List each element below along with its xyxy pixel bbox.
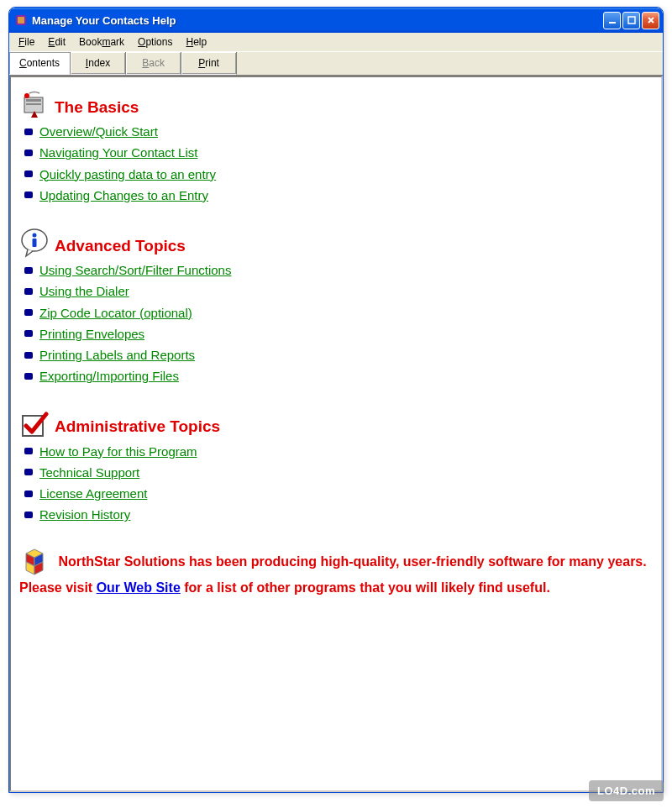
list-item: Overview/Quick Start <box>24 121 653 142</box>
minimize-button[interactable] <box>603 12 621 29</box>
bullet-icon <box>24 512 33 518</box>
list-item: Technical Support <box>24 462 653 483</box>
section-title: Administrative Topics <box>55 414 220 438</box>
list-item: Navigating Your Contact List <box>24 142 653 163</box>
link-export[interactable]: Exporting/Importing Files <box>39 366 179 386</box>
bullet-icon <box>24 491 33 497</box>
link-revision[interactable]: Revision History <box>39 505 130 524</box>
svg-point-9 <box>33 233 37 238</box>
menu-edit[interactable]: Edit <box>42 34 71 50</box>
bullet-icon <box>24 469 33 475</box>
footer-part2: for a list of other programs that you wi… <box>181 580 550 595</box>
link-pay[interactable]: How to Pay for this Program <box>39 442 197 461</box>
link-pasting[interactable]: Quickly pasting data to an entry <box>39 165 216 184</box>
link-support[interactable]: Technical Support <box>39 463 139 482</box>
help-window: Manage Your Contacts Help File Edit Book… <box>8 7 664 793</box>
link-navigating[interactable]: Navigating Your Contact List <box>39 143 197 162</box>
list-item: Quickly pasting data to an entry <box>24 164 653 185</box>
menubar: File Edit Bookmark Options Help <box>9 33 663 52</box>
svg-point-7 <box>24 93 29 98</box>
tab-back[interactable]: Back <box>126 52 181 75</box>
footer-text: NorthStar Solutions has been producing h… <box>19 548 653 599</box>
bullet-icon <box>24 309 33 316</box>
bullet-icon <box>24 448 33 454</box>
close-button[interactable] <box>642 12 659 29</box>
svg-rect-1 <box>18 17 24 24</box>
bullet-icon <box>24 267 33 274</box>
link-overview[interactable]: Overview/Quick Start <box>39 122 158 141</box>
titlebar[interactable]: Manage Your Contacts Help <box>9 8 663 33</box>
section-advanced-header: Advanced Topics <box>19 228 653 258</box>
list-item: Printing Envelopes <box>24 323 653 344</box>
list-item: License Agreement <box>24 483 653 504</box>
list-item: Zip Code Locator (optional) <box>24 302 653 323</box>
tab-print[interactable]: Print <box>181 52 237 75</box>
tab-index[interactable]: Index <box>71 52 126 75</box>
bullet-icon <box>24 192 33 198</box>
link-envelopes[interactable]: Printing Envelopes <box>39 324 144 344</box>
bullet-icon <box>24 352 33 359</box>
checkbox-icon <box>19 409 50 439</box>
watermark: LO4D.com <box>589 780 664 801</box>
svg-rect-2 <box>609 22 616 24</box>
bullet-icon <box>24 129 33 135</box>
svg-rect-6 <box>26 103 41 105</box>
menu-options[interactable]: Options <box>132 34 178 50</box>
basics-icon <box>19 89 50 119</box>
list-item: Printing Labels and Reports <box>24 344 653 365</box>
bullet-icon <box>24 150 33 156</box>
section-title: Advanced Topics <box>55 233 186 258</box>
list-item: How to Pay for this Program <box>24 441 653 462</box>
tab-contents[interactable]: Contents <box>9 52 71 75</box>
bullet-icon <box>24 373 33 380</box>
list-item: Updating Changes to an Entry <box>24 185 653 206</box>
link-website[interactable]: Our Web Site <box>97 580 181 595</box>
window-controls <box>603 12 659 29</box>
section-title: The Basics <box>55 95 139 119</box>
link-search[interactable]: Using Search/Sort/Filter Functions <box>39 260 231 280</box>
list-item: Using the Dialer <box>24 281 653 302</box>
list-item: Using Search/Sort/Filter Functions <box>24 260 653 281</box>
advanced-links: Using Search/Sort/Filter Functions Using… <box>24 260 653 387</box>
menu-help[interactable]: Help <box>180 34 213 50</box>
svg-rect-10 <box>33 239 37 247</box>
link-updating[interactable]: Updating Changes to an Entry <box>39 186 208 205</box>
bullet-icon <box>24 171 33 177</box>
app-icon <box>14 13 28 27</box>
blocks-icon <box>19 548 50 578</box>
svg-rect-5 <box>26 99 41 102</box>
bullet-icon <box>24 330 33 337</box>
link-license[interactable]: License Agreement <box>39 484 147 503</box>
link-dialer[interactable]: Using the Dialer <box>39 281 129 301</box>
admin-links: How to Pay for this Program Technical Su… <box>24 441 653 526</box>
menu-file[interactable]: File <box>13 34 40 50</box>
content-area: The Basics Overview/Quick Start Navigati… <box>9 76 663 792</box>
toolbar: Contents Index Back Print <box>9 52 663 76</box>
basics-links: Overview/Quick Start Navigating Your Con… <box>24 121 653 206</box>
list-item: Revision History <box>24 504 653 525</box>
window-title: Manage Your Contacts Help <box>32 14 603 27</box>
menu-bookmark[interactable]: Bookmark <box>73 34 130 50</box>
info-icon <box>19 228 50 258</box>
section-admin-header: Administrative Topics <box>19 409 653 439</box>
link-labels[interactable]: Printing Labels and Reports <box>39 345 195 365</box>
maximize-button[interactable] <box>622 12 640 29</box>
svg-rect-3 <box>628 17 635 24</box>
list-item: Exporting/Importing Files <box>24 365 653 386</box>
section-basics-header: The Basics <box>19 89 653 119</box>
link-zip[interactable]: Zip Code Locator (optional) <box>39 303 192 323</box>
bullet-icon <box>24 288 33 295</box>
